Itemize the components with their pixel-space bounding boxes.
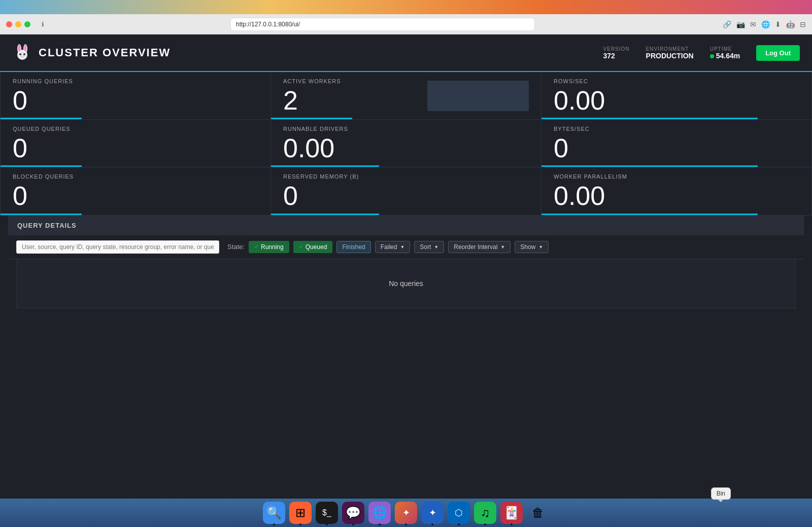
stat-worker-parallelism: WORKER PARALLELISM 0.00 <box>542 167 812 215</box>
mail-icon[interactable]: ✉ <box>750 20 756 28</box>
stat-value-0: 0 <box>13 86 258 115</box>
globe-icon[interactable]: 🌐 <box>761 20 770 28</box>
solitaire-icon: 🃏 <box>504 506 519 520</box>
logo-area: CLUSTER OVERVIEW <box>12 43 171 63</box>
dock-slack[interactable]: 💬 <box>342 502 364 524</box>
filter-failed-button[interactable]: Failed ▼ <box>375 241 411 253</box>
search-input[interactable] <box>16 240 219 254</box>
stat-value-6: 0 <box>13 182 258 210</box>
svg-point-3 <box>18 45 21 52</box>
stat-runnable-drivers: RUNNABLE DRIVERS 0.00 <box>271 120 542 167</box>
stat-label-6: BLOCKED QUERIES <box>13 173 258 180</box>
version-info: VERSION 372 <box>603 46 630 60</box>
environment-label: ENVIRONMENT <box>646 46 689 52</box>
extensions-icon[interactable]: 🤖 <box>786 20 795 28</box>
uptime-label: UPTIME <box>710 46 732 52</box>
dock-launchpad[interactable]: ⊞ <box>289 502 312 524</box>
mac-dock: 🔍 ⊞ $_ 💬 🌐 ✦ ✦ ⬡ ♫ 🃏 🗑 Bin <box>0 499 812 527</box>
uptime-info: UPTIME 54.64m <box>710 46 740 60</box>
stat-running-queries: RUNNING QUERIES 0 <box>1 72 271 120</box>
rabbit-logo <box>12 43 32 63</box>
filter-queued-button[interactable]: ✓ Queued <box>293 241 333 253</box>
stat-bar-4 <box>271 165 379 167</box>
maximize-button[interactable] <box>24 21 30 27</box>
filter-running-button[interactable]: ✓ Running <box>249 241 289 253</box>
stat-bar-5 <box>542 165 758 167</box>
workers-visual <box>427 81 529 111</box>
browser-toolbar: 🔗 📷 ✉ 🌐 ⬇ 🤖 ⊟ <box>723 20 806 28</box>
minimize-button[interactable] <box>15 21 21 27</box>
query-details-section: QUERY DETAILS State: ✓ Running ✓ Queued … <box>8 216 804 308</box>
worldwideweb-icon: 🌐 <box>372 506 387 520</box>
stat-label-4: RUNNABLE DRIVERS <box>283 126 529 132</box>
dock-vscode[interactable]: ⬡ <box>448 502 470 524</box>
logout-button[interactable]: Log Out <box>756 45 800 61</box>
stat-reserved-memory: RESERVED MEMORY (B) 0 <box>271 167 542 215</box>
query-details-toolbar: State: ✓ Running ✓ Queued Finished Faile… <box>8 235 804 259</box>
state-label: State: <box>227 243 245 251</box>
sidebar-icon[interactable]: ⊟ <box>800 20 806 28</box>
stat-active-workers: ACTIVE WORKERS 2 <box>271 72 542 120</box>
stat-value-5: 0 <box>554 134 799 163</box>
sort-caret-icon: ▼ <box>434 244 438 250</box>
no-queries-area: No queries <box>16 259 796 308</box>
stat-value-8: 0.00 <box>554 182 799 210</box>
dock-spotify[interactable]: ♫ <box>474 502 496 524</box>
app-title: CLUSTER OVERVIEW <box>39 46 171 59</box>
dock-craft[interactable]: ✦ <box>421 502 444 524</box>
show-label: Show <box>520 243 535 251</box>
version-label: VERSION <box>603 46 630 52</box>
header-meta: VERSION 372 ENVIRONMENT PRODUCTION UPTIM… <box>603 45 800 61</box>
trash-icon: 🗑 <box>532 506 544 520</box>
dock-solitaire[interactable]: 🃏 <box>500 502 523 524</box>
uptime-value: 54.64m <box>710 52 740 60</box>
url-text: http://127.0.0.1:8080/ui/ <box>236 21 300 28</box>
mac-top-gradient <box>0 0 812 14</box>
stat-bar-0 <box>1 118 82 119</box>
bin-tooltip: Bin <box>711 487 731 500</box>
stats-grid: RUNNING QUERIES 0 ACTIVE WORKERS 2 ROWS/… <box>0 72 812 216</box>
stat-bar-6 <box>1 214 82 215</box>
svg-point-6 <box>23 53 25 55</box>
window-controls[interactable] <box>6 21 30 27</box>
sort-label: Sort <box>420 243 431 251</box>
uptime-dot <box>710 54 714 58</box>
reorder-label: Reorder Interval <box>454 243 497 251</box>
stat-value-7: 0 <box>283 182 529 210</box>
running-label: Running <box>261 243 284 251</box>
queued-label: Queued <box>306 243 327 251</box>
environment-value: PRODUCTION <box>646 52 694 60</box>
stat-bar-8 <box>542 214 758 215</box>
info-icon: ℹ <box>39 20 47 28</box>
check-icon-2: ✓ <box>299 243 303 250</box>
filter-finished-button[interactable]: Finished <box>336 241 370 253</box>
download-icon[interactable]: ⬇ <box>775 20 781 28</box>
stat-bar-1 <box>271 118 352 119</box>
sort-button[interactable]: Sort ▼ <box>414 241 444 253</box>
launchpad-icon: ⊞ <box>295 506 306 520</box>
dock-terminal[interactable]: $_ <box>316 502 338 524</box>
stat-value-2: 0.00 <box>554 86 799 115</box>
terminal-icon: $_ <box>322 508 331 517</box>
stat-label-7: RESERVED MEMORY (B) <box>283 173 529 180</box>
reorder-caret-icon: ▼ <box>500 244 505 250</box>
reorder-interval-button[interactable]: Reorder Interval ▼ <box>448 241 511 253</box>
show-button[interactable]: Show ▼ <box>515 241 549 253</box>
stat-label-2: ROWS/SEC <box>554 78 799 84</box>
stat-bar-2 <box>542 118 758 119</box>
close-button[interactable] <box>6 21 12 27</box>
stat-label-3: QUEUED QUERIES <box>13 126 258 132</box>
dock-trash[interactable]: 🗑 <box>527 502 549 524</box>
spotify-icon: ♫ <box>481 506 490 520</box>
finished-label: Finished <box>342 243 365 251</box>
dock-retcon[interactable]: ✦ <box>395 502 417 524</box>
camera-icon[interactable]: 📷 <box>736 20 745 28</box>
craft-icon: ✦ <box>429 507 436 518</box>
bookmark-icon[interactable]: 🔗 <box>723 20 731 28</box>
stat-label-8: WORKER PARALLELISM <box>554 173 799 180</box>
show-caret-icon: ▼ <box>538 244 543 250</box>
dock-finder[interactable]: 🔍 <box>263 502 285 524</box>
address-bar[interactable]: http://127.0.0.1:8080/ui/ <box>230 18 535 31</box>
check-icon: ✓ <box>254 243 259 250</box>
dock-worldwideweb[interactable]: 🌐 <box>368 502 391 524</box>
